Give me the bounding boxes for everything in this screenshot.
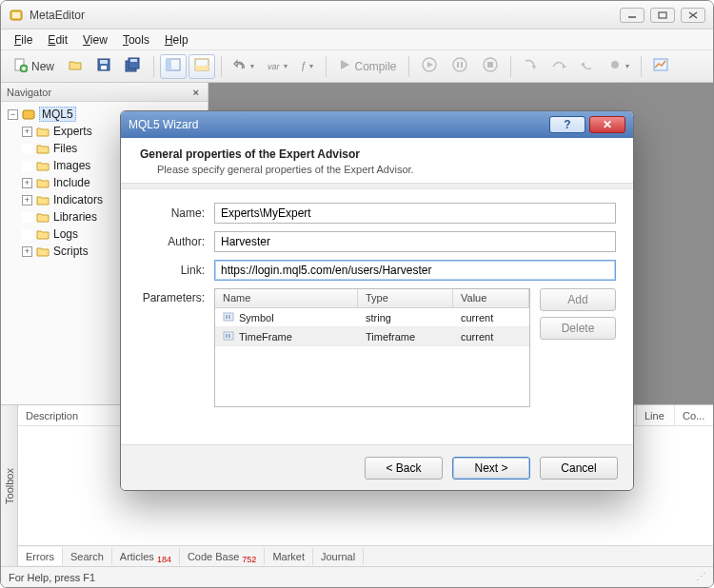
param-type-cell: string <box>358 308 453 326</box>
save-button[interactable] <box>90 54 117 79</box>
wizard-dialog: MQL5 Wizard ? ✕ General properties of th… <box>120 110 634 491</box>
tab-search[interactable]: Search <box>63 548 112 565</box>
wizard-titlebar[interactable]: MQL5 Wizard ? ✕ <box>121 111 633 138</box>
menu-tools[interactable]: Tools <box>115 30 157 49</box>
spacer <box>22 229 32 240</box>
function-icon: ƒ <box>301 61 307 71</box>
author-field[interactable] <box>214 231 616 252</box>
minimize-button[interactable] <box>620 8 645 23</box>
maximize-button[interactable] <box>650 8 675 23</box>
back-button[interactable]: < Back <box>365 457 443 480</box>
insert-var-button[interactable]: var▾ <box>262 54 293 79</box>
param-header-name[interactable]: Name <box>215 289 358 307</box>
toolbox-side-tab[interactable]: Toolbox <box>1 405 18 566</box>
delete-button[interactable]: Delete <box>540 317 616 340</box>
insert-func-button[interactable]: ƒ▾ <box>295 54 320 79</box>
close-button[interactable] <box>681 8 705 23</box>
name-field[interactable] <box>214 203 616 224</box>
save-all-button[interactable] <box>119 54 148 79</box>
dropdown-icon: ▾ <box>284 62 288 70</box>
folder-icon <box>36 246 50 257</box>
svg-rect-25 <box>461 62 463 68</box>
compile-button[interactable]: Compile <box>332 54 403 79</box>
breakpoint-button[interactable]: ▾ <box>603 54 635 79</box>
wizard-close-button[interactable]: ✕ <box>589 116 625 133</box>
terminal-button[interactable] <box>647 54 674 79</box>
tab-articles[interactable]: Articles184 <box>112 548 180 565</box>
svg-rect-11 <box>100 60 108 64</box>
wizard-footer: < Back Next > Cancel <box>121 444 633 490</box>
svg-rect-15 <box>130 59 137 62</box>
articles-count: 184 <box>157 555 171 564</box>
add-button[interactable]: Add <box>540 288 616 311</box>
tab-market[interactable]: Market <box>265 548 313 565</box>
col-line[interactable]: Line <box>637 405 675 425</box>
open-button[interactable] <box>62 54 89 79</box>
toolbar-separator <box>510 56 511 77</box>
codebase-count: 752 <box>242 555 256 564</box>
col-co[interactable]: Co... <box>675 405 713 425</box>
wizard-title-text: MQL5 Wizard <box>129 118 198 131</box>
svg-marker-22 <box>427 62 433 68</box>
undo-button[interactable]: ▾ <box>228 54 260 79</box>
step-over-button[interactable] <box>545 54 572 79</box>
toolbar-separator <box>221 56 222 77</box>
wizard-heading: General properties of the Expert Advisor <box>140 147 614 161</box>
wizard-help-button[interactable]: ? <box>549 116 585 133</box>
wizard-subheading: Please specify general properties of the… <box>140 164 614 175</box>
wizard-header: General properties of the Expert Advisor… <box>121 138 633 184</box>
tab-codebase[interactable]: Code Base752 <box>180 548 265 565</box>
label-name: Name: <box>138 206 214 220</box>
menu-help[interactable]: Help <box>157 30 196 49</box>
param-value-cell: current <box>453 308 529 326</box>
resize-grip-icon[interactable]: ⋰ <box>696 571 705 583</box>
cancel-button[interactable]: Cancel <box>540 457 618 480</box>
toolbar-separator <box>641 56 642 77</box>
param-header-value[interactable]: Value <box>453 289 529 307</box>
expand-icon[interactable]: + <box>22 195 32 206</box>
svg-rect-35 <box>226 315 228 319</box>
toggle-navigator-button[interactable] <box>160 54 187 79</box>
step-out-button[interactable] <box>574 54 601 79</box>
param-icon <box>223 311 234 324</box>
collapse-icon[interactable]: − <box>8 109 18 120</box>
tree-item-label: Libraries <box>53 210 97 224</box>
toggle-toolbox-button[interactable] <box>188 54 215 79</box>
new-button[interactable]: New <box>7 54 60 79</box>
spacer <box>22 161 32 171</box>
tab-errors[interactable]: Errors <box>18 547 63 565</box>
spacer <box>22 212 32 223</box>
app-window: MetaEditor File Edit View Tools Help New… <box>0 0 714 588</box>
debug-pause-button[interactable] <box>446 54 474 79</box>
menu-file[interactable]: File <box>7 30 40 49</box>
svg-rect-27 <box>487 62 493 68</box>
svg-rect-1 <box>12 12 20 18</box>
folder-icon <box>36 127 50 137</box>
link-field[interactable] <box>214 260 616 281</box>
expand-icon[interactable]: + <box>22 246 32 257</box>
mql5-icon <box>22 108 35 121</box>
navigator-close-button[interactable]: × <box>190 87 202 98</box>
param-row[interactable]: TimeFrameTimeframecurrent <box>215 327 529 346</box>
tree-item-label: Scripts <box>53 245 89 258</box>
next-button[interactable]: Next > <box>452 457 530 480</box>
label-author: Author: <box>138 235 214 248</box>
tree-item-label: Files <box>53 142 77 155</box>
status-text: For Help, press F1 <box>9 572 95 583</box>
folder-icon <box>36 229 50 240</box>
open-folder-icon <box>68 57 83 75</box>
debug-stop-button[interactable] <box>476 54 505 79</box>
expand-icon[interactable]: + <box>22 127 32 137</box>
debug-start-button[interactable] <box>415 54 444 79</box>
param-header-type[interactable]: Type <box>358 289 453 307</box>
step-into-button[interactable] <box>517 54 544 79</box>
tab-journal[interactable]: Journal <box>313 548 364 565</box>
expand-icon[interactable]: + <box>22 178 32 188</box>
toolbar-separator <box>326 56 327 77</box>
param-row[interactable]: Symbolstringcurrent <box>215 308 529 327</box>
folder-icon <box>36 212 50 223</box>
menu-view[interactable]: View <box>75 30 115 49</box>
statusbar: For Help, press F1 ⋰ <box>1 566 713 587</box>
menu-edit[interactable]: Edit <box>40 30 75 49</box>
parameters-table[interactable]: Name Type Value SymbolstringcurrentTimeF… <box>214 288 530 407</box>
